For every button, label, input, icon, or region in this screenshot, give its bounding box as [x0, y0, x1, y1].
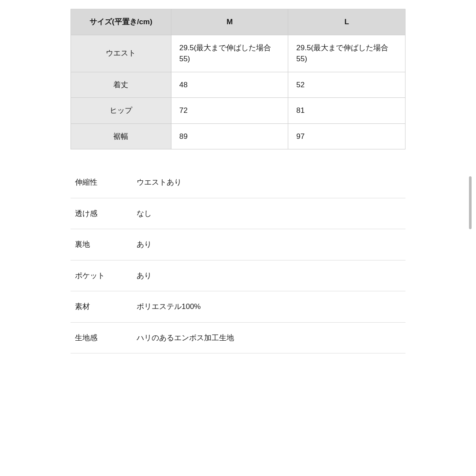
table-row: ウエスト29.5(最大まで伸ばした場合55)29.5(最大まで伸ばした場合55)	[71, 35, 405, 72]
property-value: ハリのあるエンボス加工生地	[137, 332, 234, 344]
table-cell-m: 48	[171, 72, 288, 98]
property-value: あり	[137, 270, 152, 282]
size-table: サイズ(平置き/cm) M L ウエスト29.5(最大まで伸ばした場合55)29…	[71, 9, 405, 149]
property-row: 素材ポリエステル100%	[71, 291, 405, 323]
table-cell-l: 29.5(最大まで伸ばした場合55)	[288, 35, 405, 72]
scrollbar[interactable]	[469, 176, 472, 229]
property-value: あり	[137, 239, 152, 250]
table-cell-l: 52	[288, 72, 405, 98]
property-row: 生地感ハリのあるエンボス加工生地	[71, 323, 405, 354]
table-cell-l: 97	[288, 123, 405, 149]
table-cell-l: 81	[288, 98, 405, 124]
property-value: ウエストあり	[137, 177, 182, 188]
property-label: 裏地	[75, 239, 128, 250]
table-header-label: サイズ(平置き/cm)	[71, 9, 171, 35]
table-row: ヒップ7281	[71, 98, 405, 124]
property-label: 伸縮性	[75, 177, 128, 188]
property-row: 裏地あり	[71, 229, 405, 260]
property-label: 生地感	[75, 332, 128, 344]
table-header-m: M	[171, 9, 288, 35]
property-label: 透け感	[75, 208, 128, 219]
table-cell-m: 89	[171, 123, 288, 149]
table-cell-label: 着丈	[71, 72, 171, 98]
table-row: 裾幅8997	[71, 123, 405, 149]
page-container: サイズ(平置き/cm) M L ウエスト29.5(最大まで伸ばした場合55)29…	[0, 0, 476, 371]
property-row: ポケットあり	[71, 260, 405, 292]
property-value: ポリエステル100%	[137, 301, 201, 312]
property-row: 伸縮性ウエストあり	[71, 167, 405, 198]
properties-list: 伸縮性ウエストあり透け感なし裏地ありポケットあり素材ポリエステル100%生地感ハ…	[71, 167, 405, 353]
table-cell-label: ウエスト	[71, 35, 171, 72]
table-cell-m: 29.5(最大まで伸ばした場合55)	[171, 35, 288, 72]
table-cell-m: 72	[171, 98, 288, 124]
table-row: 着丈4852	[71, 72, 405, 98]
table-header-l: L	[288, 9, 405, 35]
property-value: なし	[137, 208, 152, 219]
table-cell-label: ヒップ	[71, 98, 171, 124]
size-table-wrapper: サイズ(平置き/cm) M L ウエスト29.5(最大まで伸ばした場合55)29…	[71, 9, 405, 149]
table-cell-label: 裾幅	[71, 123, 171, 149]
property-row: 透け感なし	[71, 198, 405, 230]
property-label: ポケット	[75, 270, 128, 282]
property-label: 素材	[75, 301, 128, 312]
